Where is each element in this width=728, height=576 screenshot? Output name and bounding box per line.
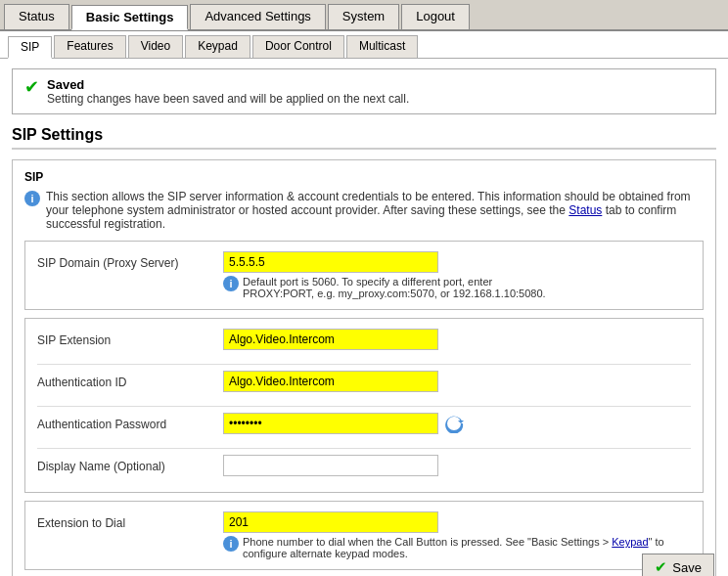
subtab-door-control[interactable]: Door Control — [252, 35, 344, 58]
check-icon: ✔ — [24, 77, 39, 99]
display-name-label: Display Name (Optional) — [37, 455, 223, 473]
sip-domain-row: SIP Domain (Proxy Server) i Default port… — [37, 251, 691, 299]
display-name-input-wrap — [223, 455, 691, 476]
sip-extension-input-wrap — [223, 329, 691, 350]
tab-advanced-settings[interactable]: Advanced Settings — [190, 4, 325, 29]
saved-banner: ✔ Saved Setting changes have been saved … — [12, 68, 716, 114]
subtab-sip[interactable]: SIP — [8, 36, 52, 59]
auth-id-label: Authentication ID — [37, 371, 223, 389]
auth-password-input-wrap — [223, 413, 691, 434]
bottom-bar: ✔ Save — [642, 554, 714, 576]
subtab-features[interactable]: Features — [54, 35, 125, 58]
tab-system[interactable]: System — [328, 4, 399, 29]
sip-domain-input-wrap: i Default port is 5060. To specify a dif… — [223, 251, 691, 299]
sip-domain-input[interactable] — [223, 251, 438, 273]
top-navigation: Status Basic Settings Advanced Settings … — [0, 0, 728, 31]
auth-id-row: Authentication ID — [37, 371, 691, 398]
save-check-icon: ✔ — [655, 558, 667, 576]
password-wrap — [223, 413, 691, 434]
sip-extension-row: SIP Extension — [37, 329, 691, 356]
auth-password-row: Authentication Password — [37, 413, 691, 440]
subtab-multicast[interactable]: Multicast — [346, 35, 418, 58]
extension-dial-section: Extension to Dial i Phone number to dial… — [24, 501, 704, 570]
subtab-keypad[interactable]: Keypad — [185, 35, 250, 58]
tab-basic-settings[interactable]: Basic Settings — [71, 5, 189, 30]
save-label: Save — [672, 560, 702, 575]
subtab-video[interactable]: Video — [128, 35, 183, 58]
tab-logout[interactable]: Logout — [401, 4, 470, 29]
auth-id-input[interactable] — [223, 371, 438, 392]
saved-title: Saved — [47, 77, 409, 92]
extension-dial-label: Extension to Dial — [37, 511, 223, 530]
info-icon: i — [24, 191, 40, 206]
sip-credentials-section: SIP Extension Authentication ID Authenti… — [24, 318, 704, 493]
info-row: i This section allows the SIP server inf… — [24, 190, 704, 231]
display-name-input[interactable] — [223, 455, 438, 476]
section-title: SIP Settings — [12, 126, 716, 150]
info-text: This section allows the SIP server infor… — [46, 190, 704, 231]
display-name-row: Display Name (Optional) — [37, 455, 691, 482]
extension-dial-input-wrap: i Phone number to dial when the Call But… — [223, 511, 691, 559]
main-content: ✔ Saved Setting changes have been saved … — [0, 59, 728, 576]
hint-info-icon2: i — [223, 536, 239, 552]
saved-subtitle: Setting changes have been saved and will… — [47, 92, 409, 106]
tab-status[interactable]: Status — [4, 4, 69, 29]
sip-domain-label: SIP Domain (Proxy Server) — [37, 251, 223, 270]
sip-extension-label: SIP Extension — [37, 329, 223, 347]
keypad-link[interactable]: Keypad — [612, 536, 648, 548]
extension-dial-input[interactable] — [223, 511, 438, 533]
sip-group-box: SIP i This section allows the SIP server… — [12, 159, 716, 576]
sip-domain-section: SIP Domain (Proxy Server) i Default port… — [24, 241, 704, 310]
saved-message: Saved Setting changes have been saved an… — [47, 77, 409, 106]
sub-navigation: SIP Features Video Keypad Door Control M… — [0, 31, 728, 59]
sip-domain-hint: i Default port is 5060. To specify a dif… — [223, 276, 691, 299]
hint-info-icon: i — [223, 276, 239, 291]
auth-id-input-wrap — [223, 371, 691, 392]
sip-extension-input[interactable] — [223, 329, 438, 350]
save-button[interactable]: ✔ Save — [642, 554, 714, 576]
auth-password-input[interactable] — [223, 413, 438, 434]
group-label: SIP — [24, 170, 704, 184]
refresh-icon[interactable] — [444, 414, 464, 433]
auth-password-label: Authentication Password — [37, 413, 223, 431]
extension-dial-row: Extension to Dial i Phone number to dial… — [37, 511, 691, 559]
status-link[interactable]: Status — [569, 203, 602, 217]
extension-dial-hint: i Phone number to dial when the Call But… — [223, 536, 691, 559]
